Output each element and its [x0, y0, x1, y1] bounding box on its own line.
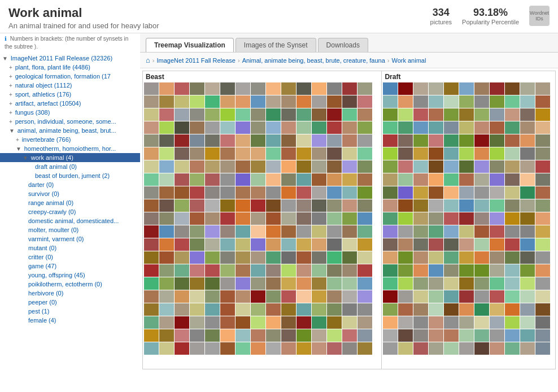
- thumbnail[interactable]: [342, 264, 357, 277]
- tree-item[interactable]: darter (0): [0, 180, 140, 189]
- thumbnail[interactable]: [159, 225, 174, 238]
- thumbnail[interactable]: [383, 290, 398, 303]
- thumbnail[interactable]: [535, 160, 550, 173]
- thumbnail[interactable]: [327, 147, 342, 160]
- thumbnail[interactable]: [520, 95, 535, 108]
- thumbnail[interactable]: [342, 134, 357, 147]
- thumbnail[interactable]: [236, 342, 250, 355]
- thumbnail[interactable]: [144, 329, 159, 342]
- thumbnail[interactable]: [159, 186, 174, 199]
- thumbnail[interactable]: [398, 316, 413, 329]
- thumbnail[interactable]: [505, 277, 520, 290]
- thumbnail[interactable]: [505, 303, 520, 316]
- thumbnail[interactable]: [190, 264, 204, 277]
- thumbnail[interactable]: [459, 251, 474, 264]
- thumbnail[interactable]: [144, 121, 159, 134]
- thumbnail[interactable]: [297, 290, 311, 303]
- thumbnail[interactable]: [175, 108, 189, 121]
- thumbnail[interactable]: [520, 108, 535, 121]
- thumbnail[interactable]: [429, 264, 443, 277]
- thumbnail[interactable]: [505, 329, 520, 342]
- thumbnail[interactable]: [459, 82, 474, 95]
- thumbnail[interactable]: [505, 238, 520, 251]
- thumbnail[interactable]: [383, 329, 398, 342]
- thumbnail[interactable]: [205, 82, 220, 95]
- thumbnail[interactable]: [297, 329, 311, 342]
- thumbnail[interactable]: [266, 95, 281, 108]
- thumbnail[interactable]: [251, 173, 265, 186]
- thumbnail[interactable]: [474, 303, 489, 316]
- thumbnail[interactable]: [429, 95, 443, 108]
- thumbnail[interactable]: [297, 147, 311, 160]
- thumbnail[interactable]: [175, 251, 189, 264]
- thumbnail[interactable]: [175, 134, 189, 147]
- thumbnail[interactable]: [505, 212, 520, 225]
- thumbnail[interactable]: [505, 316, 520, 329]
- thumbnail[interactable]: [398, 225, 413, 238]
- thumbnail[interactable]: [236, 303, 250, 316]
- thumbnail[interactable]: [251, 160, 265, 173]
- tree-item-link[interactable]: artifact, artefact (10504): [15, 100, 81, 107]
- thumbnail[interactable]: [144, 212, 159, 225]
- thumbnail[interactable]: [175, 316, 189, 329]
- tree-toggle[interactable]: ▼: [23, 155, 30, 161]
- thumbnail[interactable]: [535, 199, 550, 212]
- thumbnail[interactable]: [383, 225, 398, 238]
- thumbnail[interactable]: [429, 329, 443, 342]
- thumbnail[interactable]: [266, 329, 281, 342]
- thumbnail[interactable]: [383, 173, 398, 186]
- thumbnail[interactable]: [327, 108, 342, 121]
- thumbnail[interactable]: [281, 316, 296, 329]
- thumbnail[interactable]: [520, 251, 535, 264]
- thumbnail[interactable]: [205, 95, 220, 108]
- thumbnail[interactable]: [251, 147, 265, 160]
- thumbnail[interactable]: [490, 290, 504, 303]
- thumbnail[interactable]: [251, 212, 265, 225]
- thumbnail[interactable]: [505, 290, 520, 303]
- thumbnail[interactable]: [327, 329, 342, 342]
- thumbnail[interactable]: [220, 147, 235, 160]
- thumbnail[interactable]: [459, 225, 474, 238]
- thumbnail[interactable]: [190, 121, 204, 134]
- thumbnail[interactable]: [520, 329, 535, 342]
- thumbnail[interactable]: [383, 264, 398, 277]
- thumbnail[interactable]: [459, 303, 474, 316]
- thumbnail[interactable]: [144, 290, 159, 303]
- thumbnail[interactable]: [535, 225, 550, 238]
- thumbnail[interactable]: [342, 121, 357, 134]
- thumbnail[interactable]: [327, 342, 342, 355]
- thumbnail[interactable]: [251, 82, 265, 95]
- thumbnail[interactable]: [205, 316, 220, 329]
- thumbnail[interactable]: [474, 199, 489, 212]
- thumbnail[interactable]: [175, 290, 189, 303]
- thumbnail[interactable]: [398, 212, 413, 225]
- tree-item-link[interactable]: range animal (0): [28, 199, 73, 206]
- thumbnail[interactable]: [220, 329, 235, 342]
- thumbnail[interactable]: [342, 277, 357, 290]
- thumbnail[interactable]: [281, 147, 296, 160]
- thumbnail[interactable]: [175, 329, 189, 342]
- thumbnail[interactable]: [520, 212, 535, 225]
- thumbnail[interactable]: [144, 238, 159, 251]
- thumbnail[interactable]: [312, 290, 326, 303]
- thumbnail[interactable]: [236, 108, 250, 121]
- thumbnail[interactable]: [398, 329, 413, 342]
- thumbnail[interactable]: [251, 121, 265, 134]
- thumbnail[interactable]: [429, 160, 443, 173]
- thumbnail[interactable]: [159, 251, 174, 264]
- thumbnail[interactable]: [474, 316, 489, 329]
- thumbnail[interactable]: [297, 173, 311, 186]
- thumbnail[interactable]: [266, 199, 281, 212]
- thumbnail[interactable]: [535, 173, 550, 186]
- thumbnail[interactable]: [297, 251, 311, 264]
- thumbnail[interactable]: [327, 134, 342, 147]
- thumbnail[interactable]: [413, 316, 428, 329]
- tree-item-link[interactable]: varmint, varment (0): [28, 236, 84, 242]
- thumbnail[interactable]: [236, 160, 250, 173]
- thumbnail[interactable]: [505, 95, 520, 108]
- thumbnail[interactable]: [251, 199, 265, 212]
- thumbnail[interactable]: [535, 134, 550, 147]
- tree-item-link[interactable]: peeper (0): [28, 299, 57, 306]
- thumbnail[interactable]: [342, 342, 357, 355]
- thumbnail[interactable]: [220, 277, 235, 290]
